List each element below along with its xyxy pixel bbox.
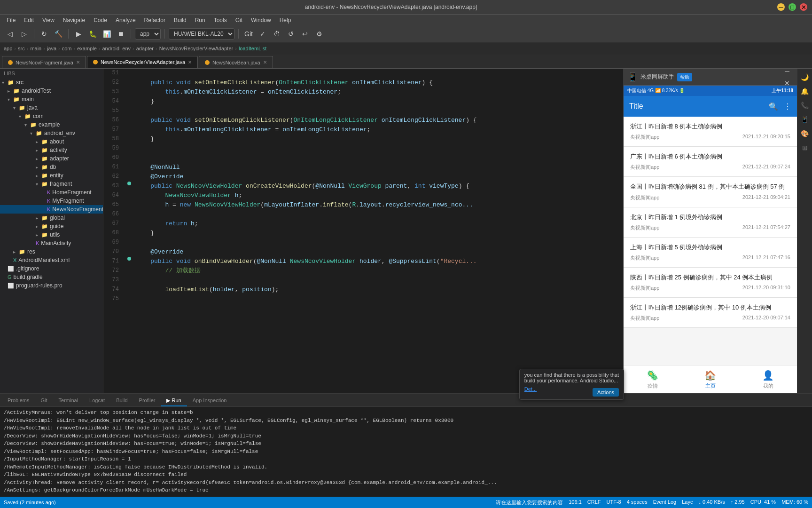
toolbar-profile[interactable]: 📊 (101, 28, 113, 40)
more-icon[interactable]: ⋮ (784, 102, 791, 111)
bottom-tab-profiler[interactable]: Profiler (133, 395, 161, 406)
bc-example[interactable]: example (77, 46, 97, 51)
toolbar-git[interactable]: Git (242, 28, 255, 40)
status-layout[interactable]: Layc (682, 499, 693, 506)
project-sidebar[interactable]: libs ▾ 📁 src ▸ 📁 androidTest ▾ 📁 main ▾ … (0, 69, 103, 393)
tab-bean[interactable]: NewsNcovBean.java ✕ (199, 56, 273, 68)
tab-close-1[interactable]: ✕ (76, 60, 80, 65)
status-event-log[interactable]: Event Log (653, 499, 677, 506)
bc-java[interactable]: java (47, 46, 56, 51)
right-icon-notify[interactable]: 🔔 (798, 85, 812, 98)
device-minimize[interactable]: ─ (781, 69, 793, 77)
tree-db[interactable]: ▸ 📁 db (0, 163, 103, 171)
menu-analyze[interactable]: Analyze (112, 16, 140, 24)
maximize-button[interactable]: □ (789, 3, 796, 11)
tree-global[interactable]: ▸ 📁 global (0, 214, 103, 222)
toolbar-debug[interactable]: 🐛 (86, 28, 99, 40)
tab-fragment[interactable]: NewsNcovFragment.java ✕ (2, 56, 86, 68)
tree-mainactivity[interactable]: K MainActivity (0, 239, 103, 247)
menu-run[interactable]: Run (191, 16, 209, 24)
toolbar-sync[interactable]: ↻ (38, 28, 50, 40)
tree-buildgradle[interactable]: G build.gradle (0, 273, 103, 281)
status-crlf[interactable]: CRLF (587, 499, 601, 506)
news-item-5[interactable]: 上海丨昨日新增 5 例境外确诊病例 央视新闻app 2021-12-21 07:… (624, 238, 797, 268)
breakpoint-71[interactable] (127, 257, 131, 261)
bottom-tab-terminal[interactable]: Terminal (53, 395, 84, 406)
bc-adapter[interactable]: adapter (136, 46, 154, 51)
toolbar-hammer[interactable]: 🔨 (52, 28, 64, 40)
bottom-tab-build[interactable]: Build (110, 395, 133, 406)
bc-src[interactable]: src (18, 46, 25, 51)
toolbar-clock[interactable]: ⏱ (271, 28, 283, 40)
status-position[interactable]: 106:1 (569, 499, 582, 506)
menu-window[interactable]: Window (247, 16, 275, 24)
bottom-tab-logcat[interactable]: Logcat (84, 395, 110, 406)
news-list[interactable]: 浙江丨昨日新增 8 例本土确诊病例 央视新闻app 2021-12-21 09:… (624, 117, 797, 365)
bc-class[interactable]: NewsNcovRecyclerViewAdapter (159, 46, 234, 51)
search-icon[interactable]: 🔍 (769, 102, 778, 111)
status-saved[interactable]: Saved (2 minutes ago) (4, 500, 56, 505)
menu-edit[interactable]: Edit (20, 16, 38, 24)
right-icon-device[interactable]: 📱 (798, 113, 812, 126)
toolbar-settings[interactable]: ⚙ (313, 28, 325, 40)
code-editor[interactable]: 51 52 public void setOnItemClickListener… (103, 69, 623, 393)
bc-android-env[interactable]: android_env (102, 46, 131, 51)
tab-close-2[interactable]: ✕ (188, 60, 192, 65)
bc-main[interactable]: main (30, 46, 41, 51)
tree-android-env[interactable]: ▾ 📁 android_env (0, 129, 103, 137)
bc-com[interactable]: com (62, 46, 72, 51)
right-icon-phone[interactable]: 📞 (798, 99, 812, 112)
tree-com[interactable]: ▾ 📁 com (0, 112, 103, 120)
bottom-log-content[interactable]: /ActivityMnraus: won't deliver top posit… (0, 407, 812, 497)
nav-tab-mine[interactable]: 👤 我的 (739, 365, 797, 393)
toolbar-run[interactable]: ▶ (72, 28, 85, 40)
tree-utils[interactable]: ▸ 📁 utils (0, 230, 103, 239)
status-encoding[interactable]: UTF-8 (606, 499, 621, 506)
tree-fragment[interactable]: ▾ 📁 fragment (0, 180, 103, 188)
menu-navigate[interactable]: Navigate (59, 16, 89, 24)
menu-help[interactable]: Help (276, 16, 295, 24)
toolbar-forward[interactable]: ▷ (18, 28, 30, 40)
tree-myfragment[interactable]: K MyFragment (0, 197, 103, 205)
breakpoint-63[interactable] (127, 182, 131, 185)
bottom-tab-appinspection[interactable]: App Inspection (187, 395, 233, 406)
tree-guide[interactable]: ▸ 📁 guide (0, 222, 103, 230)
tree-gitignore[interactable]: ⬜ .gitignore (0, 264, 103, 273)
toolbar-back[interactable]: ◁ (4, 28, 16, 40)
menu-view[interactable]: View (39, 16, 58, 24)
news-item-4[interactable]: 北京丨昨日新增 1 例境外确诊病例 央视新闻app 2021-12-21 07:… (624, 207, 797, 238)
tooltip-det-link[interactable]: Det... (524, 386, 537, 397)
bottom-tab-git[interactable]: Git (35, 395, 53, 406)
tree-newsncoavfragment[interactable]: K NewsNcovFragment (0, 205, 103, 214)
tree-src[interactable]: ▾ 📁 src (0, 78, 103, 87)
tree-proguard[interactable]: ⬜ proguard-rules.pro (0, 281, 103, 290)
status-indent[interactable]: 4 spaces (627, 499, 648, 506)
bottom-tab-problems[interactable]: Problems (2, 395, 35, 406)
tree-java[interactable]: ▾ 📁 java (0, 103, 103, 112)
tree-androidtest[interactable]: ▸ 📁 androidTest (0, 87, 103, 95)
news-item-2[interactable]: 广东丨昨日新增 6 例本土确诊病例 央视新闻app 2021-12-21 09:… (624, 147, 797, 177)
tree-res[interactable]: ▸ 📁 res (0, 247, 103, 256)
menu-code[interactable]: Code (90, 16, 111, 24)
right-icon-grid[interactable]: ⊞ (798, 141, 812, 154)
bc-app[interactable]: app (4, 46, 12, 51)
close-button[interactable]: ✕ (800, 3, 807, 11)
tab-close-3[interactable]: ✕ (263, 60, 267, 65)
tree-example[interactable]: ▾ 📁 example (0, 120, 103, 129)
bottom-tab-run[interactable]: ▶ Run (161, 395, 187, 406)
menu-refactor[interactable]: Refactor (141, 16, 169, 24)
tree-entity[interactable]: ▸ 📁 entity (0, 171, 103, 180)
right-icon-palette[interactable]: 🎨 (798, 127, 812, 140)
tree-androidmanifest[interactable]: X AndroidManifest.xml (0, 256, 103, 264)
tab-adapter[interactable]: NewsNcovRecyclerViewAdapter.java ✕ (87, 56, 198, 68)
tree-main[interactable]: ▾ 📁 main (0, 95, 103, 103)
news-item-7[interactable]: 浙江丨昨日新增 12例确诊病例，其中 10 例本土病例 央视新闻app 2021… (624, 298, 797, 328)
toolbar-undo[interactable]: ↩ (299, 28, 311, 40)
tree-activity[interactable]: ▸ 📁 activity (0, 146, 103, 154)
tree-homefragment[interactable]: K HomeFragment (0, 188, 103, 197)
toolbar-check[interactable]: ✓ (257, 28, 269, 40)
status-search[interactable]: 请在这里输入您要搜索的内容 (496, 499, 563, 506)
menu-tools[interactable]: Tools (210, 16, 231, 24)
menu-git[interactable]: Git (232, 16, 246, 24)
news-item-1[interactable]: 浙江丨昨日新增 8 例本土确诊病例 央视新闻app 2021-12-21 09:… (624, 117, 797, 147)
